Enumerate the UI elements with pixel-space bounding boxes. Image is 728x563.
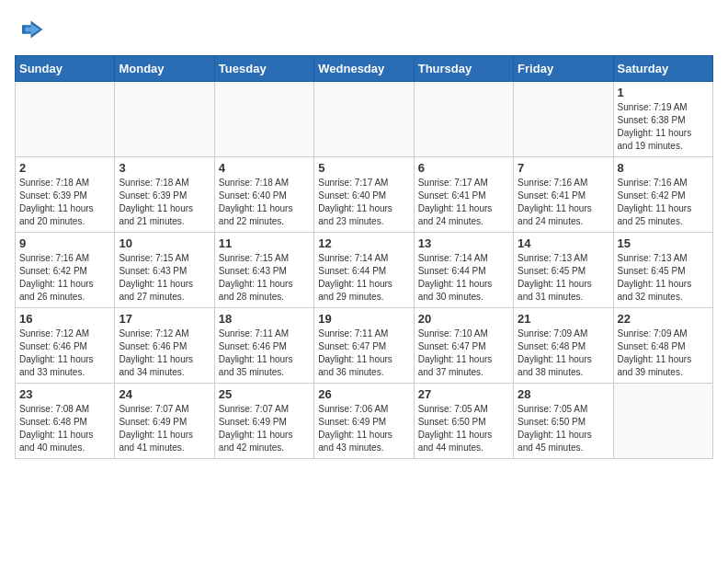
day-info: Sunrise: 7:06 AM Sunset: 6:49 PM Dayligh… xyxy=(318,403,409,454)
day-info: Sunrise: 7:16 AM Sunset: 6:42 PM Dayligh… xyxy=(19,252,110,304)
page-header xyxy=(15,15,713,44)
day-number: 4 xyxy=(219,161,310,175)
calendar-week-row: 1Sunrise: 7:19 AM Sunset: 6:38 PM Daylig… xyxy=(16,82,713,157)
calendar-cell: 9Sunrise: 7:16 AM Sunset: 6:42 PM Daylig… xyxy=(16,233,115,308)
weekday-header-tuesday: Tuesday xyxy=(214,56,313,82)
calendar-cell: 6Sunrise: 7:17 AM Sunset: 6:41 PM Daylig… xyxy=(414,157,513,233)
day-info: Sunrise: 7:13 AM Sunset: 6:45 PM Dayligh… xyxy=(518,252,609,304)
day-number: 27 xyxy=(418,387,509,401)
day-number: 20 xyxy=(418,312,509,326)
calendar-cell xyxy=(414,82,513,157)
day-number: 3 xyxy=(119,161,210,175)
calendar-week-row: 23Sunrise: 7:08 AM Sunset: 6:48 PM Dayli… xyxy=(16,384,713,459)
day-info: Sunrise: 7:07 AM Sunset: 6:49 PM Dayligh… xyxy=(219,403,310,454)
day-number: 10 xyxy=(119,236,210,250)
day-info: Sunrise: 7:11 AM Sunset: 6:46 PM Dayligh… xyxy=(219,327,310,379)
calendar-week-row: 2Sunrise: 7:18 AM Sunset: 6:39 PM Daylig… xyxy=(16,157,713,233)
calendar-cell: 15Sunrise: 7:13 AM Sunset: 6:45 PM Dayli… xyxy=(613,233,712,308)
day-number: 21 xyxy=(518,312,609,326)
calendar-cell: 19Sunrise: 7:11 AM Sunset: 6:47 PM Dayli… xyxy=(314,308,414,384)
weekday-header-friday: Friday xyxy=(514,56,613,82)
day-info: Sunrise: 7:14 AM Sunset: 6:44 PM Dayligh… xyxy=(418,252,509,304)
day-info: Sunrise: 7:18 AM Sunset: 6:39 PM Dayligh… xyxy=(119,177,210,228)
day-number: 11 xyxy=(219,236,310,250)
day-number: 22 xyxy=(618,312,709,326)
calendar-cell: 8Sunrise: 7:16 AM Sunset: 6:42 PM Daylig… xyxy=(613,157,712,233)
day-info: Sunrise: 7:17 AM Sunset: 6:40 PM Dayligh… xyxy=(318,177,409,228)
day-number: 25 xyxy=(219,387,310,401)
day-info: Sunrise: 7:09 AM Sunset: 6:48 PM Dayligh… xyxy=(618,327,709,379)
calendar-cell: 27Sunrise: 7:05 AM Sunset: 6:50 PM Dayli… xyxy=(414,384,513,459)
calendar-cell: 23Sunrise: 7:08 AM Sunset: 6:48 PM Dayli… xyxy=(16,384,115,459)
day-info: Sunrise: 7:10 AM Sunset: 6:47 PM Dayligh… xyxy=(418,327,509,379)
calendar-cell: 12Sunrise: 7:14 AM Sunset: 6:44 PM Dayli… xyxy=(314,233,414,308)
day-number: 6 xyxy=(418,161,509,175)
calendar-cell: 13Sunrise: 7:14 AM Sunset: 6:44 PM Dayli… xyxy=(414,233,513,308)
day-info: Sunrise: 7:18 AM Sunset: 6:39 PM Dayligh… xyxy=(19,177,110,228)
calendar-cell xyxy=(115,82,214,157)
calendar-cell: 18Sunrise: 7:11 AM Sunset: 6:46 PM Dayli… xyxy=(214,308,313,384)
day-number: 13 xyxy=(418,236,509,250)
day-info: Sunrise: 7:13 AM Sunset: 6:45 PM Dayligh… xyxy=(618,252,709,304)
calendar-cell: 3Sunrise: 7:18 AM Sunset: 6:39 PM Daylig… xyxy=(115,157,214,233)
day-number: 12 xyxy=(318,236,409,250)
day-info: Sunrise: 7:05 AM Sunset: 6:50 PM Dayligh… xyxy=(518,403,609,454)
day-info: Sunrise: 7:15 AM Sunset: 6:43 PM Dayligh… xyxy=(119,252,210,304)
day-info: Sunrise: 7:09 AM Sunset: 6:48 PM Dayligh… xyxy=(518,327,609,379)
day-info: Sunrise: 7:05 AM Sunset: 6:50 PM Dayligh… xyxy=(418,403,509,454)
day-info: Sunrise: 7:16 AM Sunset: 6:41 PM Dayligh… xyxy=(518,177,609,228)
calendar-cell xyxy=(613,384,712,459)
calendar-cell: 16Sunrise: 7:12 AM Sunset: 6:46 PM Dayli… xyxy=(16,308,115,384)
calendar-cell: 21Sunrise: 7:09 AM Sunset: 6:48 PM Dayli… xyxy=(514,308,613,384)
day-info: Sunrise: 7:12 AM Sunset: 6:46 PM Dayligh… xyxy=(119,327,210,379)
calendar-cell: 25Sunrise: 7:07 AM Sunset: 6:49 PM Dayli… xyxy=(214,384,313,459)
day-info: Sunrise: 7:15 AM Sunset: 6:43 PM Dayligh… xyxy=(219,252,310,304)
day-number: 18 xyxy=(219,312,310,326)
calendar-cell: 14Sunrise: 7:13 AM Sunset: 6:45 PM Dayli… xyxy=(514,233,613,308)
calendar-week-row: 9Sunrise: 7:16 AM Sunset: 6:42 PM Daylig… xyxy=(16,233,713,308)
calendar-cell xyxy=(314,82,414,157)
calendar-cell: 24Sunrise: 7:07 AM Sunset: 6:49 PM Dayli… xyxy=(115,384,214,459)
day-number: 7 xyxy=(518,161,609,175)
day-number: 14 xyxy=(518,236,609,250)
day-number: 2 xyxy=(19,161,110,175)
calendar-cell: 7Sunrise: 7:16 AM Sunset: 6:41 PM Daylig… xyxy=(514,157,613,233)
day-number: 19 xyxy=(318,312,409,326)
calendar-cell: 28Sunrise: 7:05 AM Sunset: 6:50 PM Dayli… xyxy=(514,384,613,459)
day-number: 23 xyxy=(19,387,110,401)
calendar-cell: 17Sunrise: 7:12 AM Sunset: 6:46 PM Dayli… xyxy=(115,308,214,384)
day-number: 5 xyxy=(318,161,409,175)
calendar-cell: 1Sunrise: 7:19 AM Sunset: 6:38 PM Daylig… xyxy=(613,82,712,157)
calendar-cell: 2Sunrise: 7:18 AM Sunset: 6:39 PM Daylig… xyxy=(16,157,115,233)
day-info: Sunrise: 7:18 AM Sunset: 6:40 PM Dayligh… xyxy=(219,177,310,228)
calendar-cell: 20Sunrise: 7:10 AM Sunset: 6:47 PM Dayli… xyxy=(414,308,513,384)
weekday-header-wednesday: Wednesday xyxy=(314,56,414,82)
logo xyxy=(15,15,48,44)
day-number: 24 xyxy=(119,387,210,401)
day-number: 8 xyxy=(618,161,709,175)
calendar-week-row: 16Sunrise: 7:12 AM Sunset: 6:46 PM Dayli… xyxy=(16,308,713,384)
day-number: 28 xyxy=(518,387,609,401)
day-info: Sunrise: 7:11 AM Sunset: 6:47 PM Dayligh… xyxy=(318,327,409,379)
logo-icon xyxy=(15,15,44,44)
calendar-table: SundayMondayTuesdayWednesdayThursdayFrid… xyxy=(15,55,713,459)
calendar-cell xyxy=(514,82,613,157)
day-info: Sunrise: 7:12 AM Sunset: 6:46 PM Dayligh… xyxy=(19,327,110,379)
calendar-cell: 5Sunrise: 7:17 AM Sunset: 6:40 PM Daylig… xyxy=(314,157,414,233)
calendar-cell: 10Sunrise: 7:15 AM Sunset: 6:43 PM Dayli… xyxy=(115,233,214,308)
weekday-header-saturday: Saturday xyxy=(613,56,712,82)
calendar-cell xyxy=(214,82,313,157)
day-info: Sunrise: 7:07 AM Sunset: 6:49 PM Dayligh… xyxy=(119,403,210,454)
day-number: 1 xyxy=(618,86,709,99)
day-number: 16 xyxy=(19,312,110,326)
day-info: Sunrise: 7:16 AM Sunset: 6:42 PM Dayligh… xyxy=(618,177,709,228)
calendar-cell: 22Sunrise: 7:09 AM Sunset: 6:48 PM Dayli… xyxy=(613,308,712,384)
weekday-header-monday: Monday xyxy=(115,56,214,82)
calendar-header-row: SundayMondayTuesdayWednesdayThursdayFrid… xyxy=(16,56,713,82)
day-number: 26 xyxy=(318,387,409,401)
calendar-cell: 26Sunrise: 7:06 AM Sunset: 6:49 PM Dayli… xyxy=(314,384,414,459)
weekday-header-sunday: Sunday xyxy=(16,56,115,82)
day-number: 9 xyxy=(19,236,110,250)
day-number: 17 xyxy=(119,312,210,326)
day-info: Sunrise: 7:19 AM Sunset: 6:38 PM Dayligh… xyxy=(618,101,709,153)
